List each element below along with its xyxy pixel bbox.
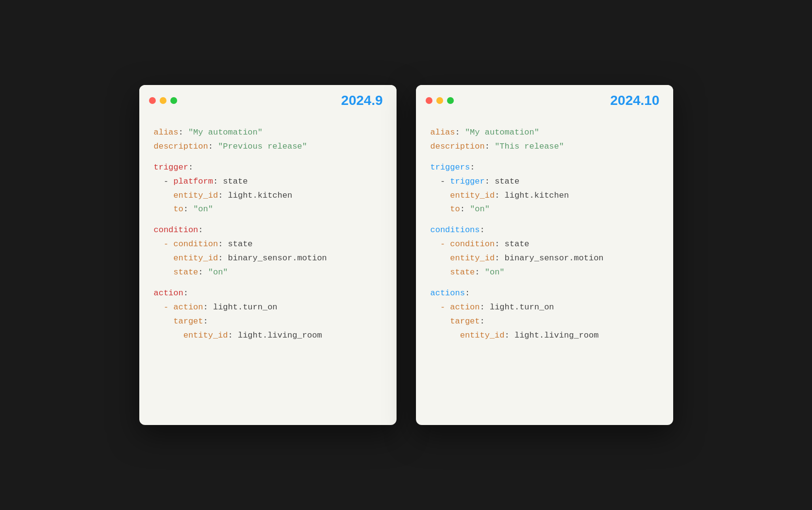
spacer [154,280,382,287]
code-block: alias: "My automation"description: "Prev… [139,114,397,357]
code-token: "on" [485,268,505,277]
code-line: entity_id: light.kitchen [154,189,382,203]
code-token: : state [485,177,519,186]
code-token: condition [154,225,199,235]
code-line: entity_id: light.living_room [154,329,382,343]
code-token: - condition [154,239,218,249]
code-token: "on" [208,268,228,277]
code-token: : [480,317,485,326]
code-token: alias [431,128,455,137]
code-token: : [460,204,470,214]
code-line: target: [431,315,659,329]
traffic-lights [426,97,454,104]
code-token: entity_id [431,331,505,340]
code-token: alias [154,128,179,137]
code-line: alias: "My automation" [431,126,659,140]
titlebar: 2024.10 [416,85,673,114]
minimize-button[interactable] [160,97,166,104]
maximize-button[interactable] [447,97,454,104]
code-token: : [179,128,188,137]
code-token: "My automation" [188,128,263,137]
code-token: platform [173,177,213,186]
code-line: - action: light.turn_on [431,301,659,315]
window-left: 2024.9alias: "My automation"description:… [139,85,397,425]
code-token: "on" [470,204,490,214]
code-token: entity_id [154,331,228,340]
code-token: : [470,163,475,172]
code-token: : [203,317,208,326]
code-token: "This release" [495,142,564,151]
code-line: - condition: state [154,238,382,252]
code-line: conditions: [431,223,659,238]
code-token: target [154,317,203,326]
code-token: : light.living_room [505,331,599,340]
code-token: trigger [450,177,484,186]
code-token: : state [218,239,252,249]
maximize-button[interactable] [170,97,177,104]
code-line: state: "on" [154,266,382,280]
code-token: : light.kitchen [495,191,569,200]
code-token: - [154,177,174,186]
code-token: : light.turn_on [203,303,278,312]
code-token: - action [431,303,480,312]
code-token: : [485,142,495,151]
spacer [431,280,659,287]
code-line: - trigger: state [431,175,659,189]
code-token: : [198,268,208,277]
code-line: alias: "My automation" [154,126,382,140]
code-token: : [465,289,470,298]
code-token: - [431,177,450,186]
spacer [431,119,659,126]
code-token: to [431,204,460,214]
code-token: trigger [154,163,188,172]
code-token: triggers [431,163,470,172]
titlebar: 2024.9 [139,85,397,114]
close-button[interactable] [149,97,156,104]
code-token: : [183,204,193,214]
code-token: to [154,204,183,214]
code-line: condition: [154,223,382,238]
code-line: - platform: state [154,175,382,189]
code-line: entity_id: light.kitchen [431,189,659,203]
code-token: state [154,268,199,277]
code-token: : light.kitchen [218,191,292,200]
window-right: 2024.10alias: "My automation"description… [416,85,673,425]
code-token: action [154,289,183,298]
code-token: : [208,142,218,151]
close-button[interactable] [426,97,432,104]
code-token: "Previous release" [218,142,307,151]
code-line: actions: [431,287,659,301]
code-line: entity_id: light.living_room [431,329,659,343]
code-token: actions [431,289,465,298]
code-line: - action: light.turn_on [154,301,382,315]
code-block: alias: "My automation"description: "This… [416,114,673,357]
window-title: 2024.9 [341,93,387,108]
spacer [154,119,382,126]
code-token: : light.turn_on [480,303,554,312]
code-token: state [431,268,475,277]
code-token: entity_id [154,254,218,263]
code-token: entity_id [431,254,495,263]
code-line: trigger: [154,161,382,175]
code-token: : [188,163,193,172]
code-token: target [431,317,480,326]
code-token: description [431,142,485,151]
code-line: - condition: state [431,238,659,252]
code-token: - action [154,303,203,312]
code-line: action: [154,287,382,301]
code-token: : [183,289,188,298]
code-line: target: [154,315,382,329]
code-token: : binary_sensor.motion [495,254,603,263]
traffic-lights [149,97,177,104]
code-token: "on" [193,204,213,214]
code-line: triggers: [431,161,659,175]
code-line: description: "This release" [431,140,659,154]
main-container: 2024.9alias: "My automation"description:… [110,56,702,454]
minimize-button[interactable] [436,97,443,104]
code-line: to: "on" [154,203,382,217]
code-line: entity_id: binary_sensor.motion [154,252,382,266]
code-token: : state [495,239,529,249]
code-token: : [198,225,203,235]
code-line: description: "Previous release" [154,140,382,154]
code-token: : [480,225,485,235]
